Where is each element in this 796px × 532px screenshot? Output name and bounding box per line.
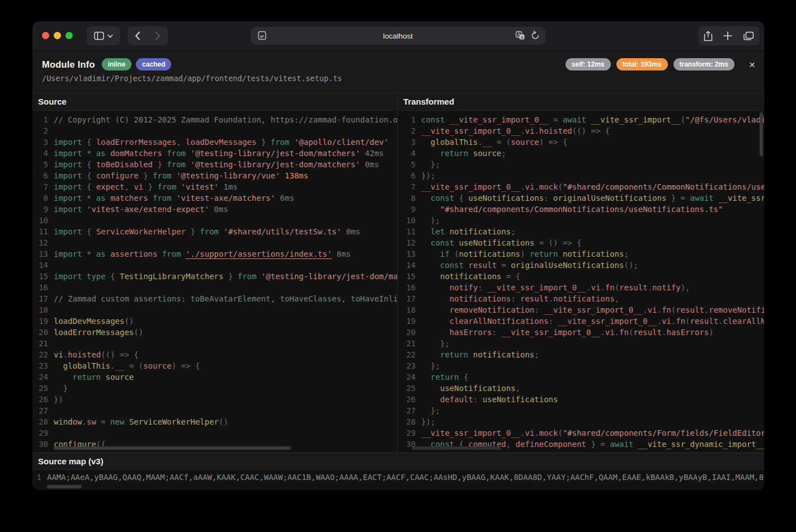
page-settings-icon[interactable]: [257, 31, 267, 40]
code-line: 7import { expect, vi } from 'vitest' 1ms: [32, 181, 397, 192]
code-line: 4 return source;: [398, 148, 764, 159]
code-line: 18 removeNotification: __vite_ssr_import…: [398, 304, 764, 316]
code-line: 12 const useNotifications = () => {: [398, 237, 764, 248]
code-line: 3import { loadErrorMessages, loadDevMess…: [32, 136, 397, 148]
badge-cached: cached: [136, 58, 171, 70]
code-line: 26}): [32, 394, 397, 405]
url-text: localhost: [251, 32, 545, 40]
code-line: 11 let notifications;: [398, 226, 764, 237]
transformed-code: 1const __vite_ssr_import_0__ = await __v…: [398, 111, 764, 450]
code-line: 8import * as matchers from 'vitest-axe/m…: [32, 192, 397, 204]
share-icon[interactable]: [704, 31, 713, 41]
svg-text:a: a: [521, 35, 524, 40]
module-file-path: /Users/vladimir/Projects/zammad/app/fron…: [32, 70, 764, 83]
sidebar-icon: [94, 31, 104, 40]
code-line: 26 default: useNotifications: [398, 394, 764, 405]
zoom-window-button[interactable]: [65, 32, 73, 39]
close-icon[interactable]: ×: [749, 59, 755, 70]
transformed-panel: Transformed 1const __vite_ssr_import_0__…: [397, 93, 764, 453]
back-button[interactable]: [128, 26, 148, 45]
timing-transform-badge: transform: 2ms: [673, 58, 734, 70]
code-line: 5 };: [398, 159, 764, 170]
minimize-window-button[interactable]: [54, 32, 61, 39]
code-line: 14 const result = originalUseNotificatio…: [398, 260, 764, 271]
new-tab-icon[interactable]: [723, 31, 732, 40]
code-line: 4import * as domMatchers from '@testing-…: [32, 148, 397, 159]
source-horizontal-scrollbar[interactable]: [54, 446, 291, 450]
code-line: 22 return notifications;: [398, 349, 764, 360]
address-bar[interactable]: localhost Aa: [251, 27, 545, 45]
timing-self-badge: self: 12ms: [566, 58, 611, 70]
code-line: 27 };: [398, 405, 764, 416]
code-line: 7__vite_ssr_import_0__.vi.mock("#shared/…: [398, 181, 764, 192]
sourcemap-code: 1AAMA;AAeA,yBAAG,QAAQ,MAAM;AACf,aAAW,KAA…: [32, 470, 764, 483]
code-line: 15import type { TestingLibraryMatchers }…: [32, 271, 397, 282]
code-line: 8 const { useNotifications: originalUseN…: [398, 192, 764, 204]
code-line: 1const __vite_ssr_import_0__ = await __v…: [398, 114, 764, 125]
code-line: 2__vite_ssr_import_0__.vi.hoisted(() => …: [398, 125, 764, 136]
code-line: 9import 'vitest-axe/extend-expect' 0ms: [32, 204, 397, 215]
code-line: 2: [32, 125, 397, 136]
code-line: 19 clearAllNotifications: __vite_ssr_imp…: [398, 316, 764, 327]
code-line: 6});: [398, 170, 764, 181]
window-controls: [42, 32, 73, 39]
code-line: 6import { configure } from '@testing-lib…: [32, 170, 397, 181]
code-line: 9 "#shared/components/CommonNotification…: [398, 204, 764, 215]
code-line: 21 };: [398, 338, 764, 349]
browser-toolbar: localhost Aa: [32, 21, 764, 51]
code-line: 15 notifications = {: [398, 271, 764, 282]
sourcemap-panel: Source map (v3) 1AAMA;AAeA,yBAAG,QAAQ,MA…: [32, 453, 764, 490]
tab-overview-icon[interactable]: [743, 31, 754, 41]
code-line: 18: [32, 304, 397, 316]
code-line: 13 if (notifications) return notificatio…: [398, 248, 764, 260]
code-line: 25 useNotifications,: [398, 383, 764, 394]
code-line: 28});: [398, 416, 764, 427]
timing-total-badge: total: 193ms: [616, 58, 668, 70]
sidebar-toggle-button[interactable]: [87, 26, 120, 45]
code-line: 16: [32, 282, 397, 293]
code-line: 1// Copyright (C) 2012-2025 Zammad Found…: [32, 114, 397, 125]
navigation-buttons: [128, 26, 168, 45]
code-line: 12: [32, 237, 397, 248]
code-line: 29: [32, 427, 397, 439]
reload-icon[interactable]: [531, 31, 540, 40]
code-line: 22vi.hoisted(() => {: [32, 349, 397, 360]
forward-button[interactable]: [148, 26, 168, 45]
sourcemap-panel-title: Source map (v3): [32, 453, 764, 470]
transformed-vertical-scrollbar[interactable]: [760, 112, 763, 156]
code-line: 3 globalThis.__ = (source) => {: [398, 136, 764, 148]
transformed-panel-title: Transformed: [398, 93, 764, 111]
code-panels: Source 1// Copyright (C) 2012-2025 Zamma…: [32, 93, 764, 453]
close-window-button[interactable]: [42, 32, 49, 39]
code-line: 16 notify: __vite_ssr_import_0__.vi.fn(r…: [398, 282, 764, 293]
code-line: 1AAMA;AAeA,yBAAG,QAAQ,MAAM;AACf,aAAW,KAA…: [32, 472, 764, 483]
badge-inline: inline: [102, 58, 131, 70]
translate-icon[interactable]: Aa: [515, 31, 525, 40]
code-line: 29__vite_ssr_import_0__.vi.mock("#shared…: [398, 427, 764, 439]
source-panel: Source 1// Copyright (C) 2012-2025 Zamma…: [32, 93, 397, 453]
page-title: Module Info: [42, 59, 95, 70]
sourcemap-horizontal-scrollbar[interactable]: [47, 485, 82, 488]
chevron-down-icon: [107, 34, 113, 38]
source-code: 1// Copyright (C) 2012-2025 Zammad Found…: [32, 111, 397, 450]
code-line: 23 };: [398, 360, 764, 371]
code-line: 11import { ServiceWorkerHelper } from '#…: [32, 226, 397, 237]
module-info-header: Module Info inline cached self: 12ms tot…: [32, 51, 764, 93]
transformed-horizontal-scrollbar[interactable]: [412, 446, 501, 450]
code-line: 14: [32, 260, 397, 271]
code-line: 20 hasErrors: __vite_ssr_import_0__.vi.f…: [398, 327, 764, 338]
code-line: 10 );: [398, 215, 764, 226]
code-line: 13import * as assertions from './support…: [32, 248, 397, 260]
code-line: 28window.sw = new ServiceWorkerHelper(): [32, 416, 397, 427]
toolbar-right-buttons: [698, 26, 760, 45]
code-line: 25 }: [32, 383, 397, 394]
code-line: 27: [32, 405, 397, 416]
code-line: 23 globalThis.__ = (source) => {: [32, 360, 397, 371]
source-panel-title: Source: [32, 93, 397, 111]
code-line: 19loadDevMessages(): [32, 316, 397, 327]
code-line: 24 return {: [398, 371, 764, 383]
code-line: 21: [32, 338, 397, 349]
code-line: 20loadErrorMessages(): [32, 327, 397, 338]
code-line: 24 return source: [32, 371, 397, 383]
code-line: 17// Zammad custom assertions: toBeAvata…: [32, 293, 397, 304]
